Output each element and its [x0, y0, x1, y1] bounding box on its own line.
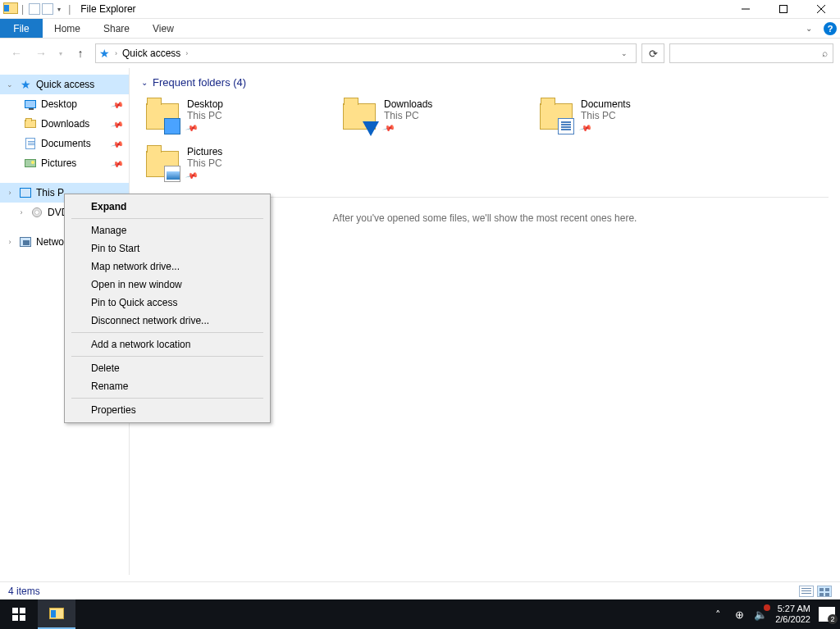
view-details-button[interactable]: [799, 586, 814, 597]
nav-back-button[interactable]: ←: [7, 43, 26, 63]
context-menu: ExpandManagePin to StartMap network driv…: [64, 194, 271, 423]
folder-location: This PC: [187, 110, 223, 121]
tab-home[interactable]: Home: [43, 19, 92, 38]
tab-view[interactable]: View: [141, 19, 185, 38]
sidebar-item-label: This P: [36, 187, 64, 198]
help-icon: ?: [824, 22, 837, 35]
context-menu-item[interactable]: Open in new window: [65, 276, 270, 294]
sidebar-item-label: Quick access: [36, 79, 94, 90]
tray-date: 2/6/2022: [775, 614, 810, 625]
folder-icon: [25, 120, 36, 128]
notification-badge: 2: [828, 614, 838, 624]
document-icon: [25, 138, 35, 149]
context-menu-item[interactable]: Rename: [65, 377, 270, 395]
folder-tile-desktop[interactable]: Desktop This PC 📌: [141, 95, 305, 143]
explorer-icon: [49, 608, 64, 619]
sidebar-item-documents[interactable]: Documents 📌: [0, 134, 129, 153]
folder-tile-downloads[interactable]: Downloads This PC 📌: [338, 95, 502, 143]
chevron-down-icon[interactable]: ⌄: [5, 80, 15, 89]
chevron-right-icon[interactable]: ›: [5, 189, 15, 197]
windows-logo-icon: [12, 608, 25, 621]
window-title: File Explorer: [75, 3, 135, 15]
pin-icon: 📌: [185, 121, 199, 134]
pin-icon: 📌: [111, 157, 124, 170]
pin-icon: 📌: [111, 117, 124, 130]
title-bar: | ▾ | File Explorer: [0, 0, 840, 19]
search-box[interactable]: ⌕: [669, 43, 833, 63]
breadcrumb[interactable]: Quick access: [122, 48, 180, 59]
context-menu-separator: [71, 398, 263, 399]
search-input[interactable]: [675, 48, 822, 59]
pin-icon: 📌: [579, 121, 592, 134]
download-arrow-icon: [363, 121, 379, 136]
sidebar-item-downloads[interactable]: Downloads 📌: [0, 114, 129, 134]
status-item-count: 4 items: [8, 586, 40, 597]
sidebar-item-label: Pictures: [41, 157, 76, 169]
nav-history-dropdown[interactable]: ▾: [56, 50, 66, 57]
chevron-right-icon: ›: [185, 49, 188, 57]
search-icon: ⌕: [822, 48, 828, 59]
folder-name: Desktop: [187, 98, 223, 110]
context-menu-item[interactable]: Map network drive...: [65, 258, 270, 276]
tray-volume-muted-icon[interactable]: 🔈: [754, 608, 767, 621]
taskbar-explorer-button[interactable]: [38, 599, 75, 629]
qat-button[interactable]: [29, 3, 40, 15]
context-menu-item[interactable]: Disconnect network drive...: [65, 312, 270, 330]
taskbar: ˄ ⊕ 🔈 5:27 AM 2/6/2022 2: [0, 599, 840, 629]
folder-tile-documents[interactable]: Documents This PC 📌: [535, 95, 699, 143]
sidebar-item-quick-access[interactable]: ⌄ ★ Quick access: [0, 75, 129, 94]
ribbon: File Home Share View ⌄ ?: [0, 19, 840, 39]
tray-clock[interactable]: 5:27 AM 2/6/2022: [775, 604, 810, 625]
maximize-button[interactable]: [765, 0, 802, 19]
chevron-down-icon: ⌄: [141, 78, 148, 87]
file-tab[interactable]: File: [0, 19, 43, 38]
context-menu-item[interactable]: Add a network location: [65, 335, 270, 353]
context-menu-item[interactable]: Manage: [65, 221, 270, 239]
folder-location: This PC: [384, 110, 432, 121]
quick-access-star-icon: ★: [99, 47, 110, 60]
sidebar-item-label: Documents: [41, 138, 91, 149]
chevron-right-icon: ›: [115, 49, 117, 57]
context-menu-item[interactable]: Delete: [65, 359, 270, 377]
context-menu-item[interactable]: Pin to Quick access: [65, 294, 270, 312]
address-bar[interactable]: ★ › Quick access › ⌄: [95, 43, 637, 63]
nav-forward-button[interactable]: →: [31, 43, 51, 63]
ribbon-collapse-icon[interactable]: ⌄: [797, 19, 820, 38]
pin-icon: 📌: [111, 137, 124, 150]
qat-dropdown-icon[interactable]: ▾: [55, 3, 63, 15]
sidebar-item-label: Netwo: [36, 236, 64, 248]
context-menu-item[interactable]: Properties: [65, 401, 270, 419]
group-header-label: Frequent folders (4): [153, 76, 246, 89]
tab-share[interactable]: Share: [92, 19, 141, 38]
folder-tile-pictures[interactable]: Pictures This PC 📌: [141, 143, 305, 190]
context-menu-separator: [71, 332, 263, 333]
qat-button[interactable]: [42, 3, 53, 15]
minimize-button[interactable]: [727, 0, 765, 19]
close-button[interactable]: [802, 0, 840, 19]
group-header-frequent[interactable]: ⌄ Frequent folders (4): [141, 76, 829, 89]
address-dropdown-icon[interactable]: ⌄: [616, 49, 632, 57]
star-icon: ★: [21, 78, 31, 91]
context-menu-item[interactable]: Pin to Start: [65, 239, 270, 258]
chevron-right-icon[interactable]: ›: [5, 238, 15, 246]
folder-name: Pictures: [187, 146, 222, 157]
chevron-right-icon[interactable]: ›: [16, 208, 26, 217]
desktop-icon: [25, 100, 36, 108]
context-menu-item[interactable]: Expand: [65, 198, 270, 216]
tray-chevron-up-icon[interactable]: ˄: [711, 608, 724, 621]
nav-up-button[interactable]: ↑: [71, 43, 90, 63]
view-icons-button[interactable]: [817, 586, 832, 597]
action-center-button[interactable]: 2: [819, 607, 835, 622]
folder-name: Downloads: [384, 98, 432, 110]
sidebar-item-pictures[interactable]: Pictures 📌: [0, 153, 129, 173]
refresh-button[interactable]: ⟳: [641, 43, 664, 63]
document-overlay-icon: [558, 118, 574, 134]
tray-time: 5:27 AM: [775, 604, 810, 614]
sidebar-item-desktop[interactable]: Desktop 📌: [0, 94, 129, 114]
help-button[interactable]: ?: [820, 19, 840, 38]
start-button[interactable]: [0, 599, 38, 629]
dvd-icon: [32, 207, 42, 217]
tray-network-icon[interactable]: ⊕: [733, 608, 746, 621]
sidebar-item-label: Downloads: [41, 118, 89, 130]
explorer-app-icon: [3, 2, 16, 16]
